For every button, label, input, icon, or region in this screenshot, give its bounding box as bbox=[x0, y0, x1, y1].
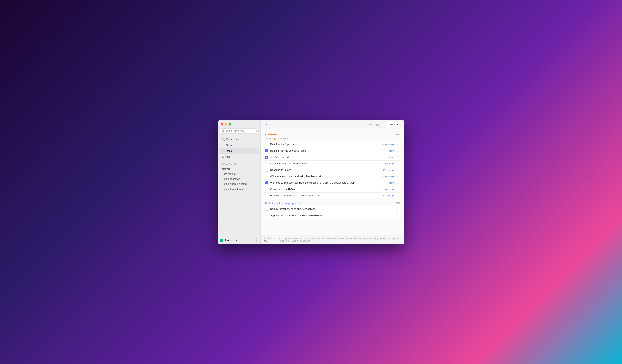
subsection-task-list: Deploy format changes and transactions ⊙… bbox=[264, 206, 401, 219]
section-label: Current bbox=[268, 133, 279, 136]
table-row: Deploy format changes and transactions ⊙ bbox=[264, 206, 401, 212]
filters-label: Task filters bbox=[385, 123, 396, 126]
task-checkbox-s2[interactable] bbox=[265, 214, 268, 217]
task-menu-icon[interactable]: ⊙ bbox=[397, 214, 400, 217]
current-section-title: ★ Current bbox=[264, 133, 279, 136]
search-shortcut: ⌘K bbox=[256, 130, 259, 132]
traffic-lights bbox=[218, 120, 260, 127]
task-text: Tell Adam new dates bbox=[270, 156, 388, 159]
sidebar-item-map[interactable]: ⌘ Map bbox=[219, 154, 259, 160]
task-filters-button[interactable]: Task filters ▾ bbox=[383, 122, 401, 127]
pinned-item-journal[interactable]: Journal bbox=[219, 166, 259, 171]
archive-icon: 🗂 bbox=[364, 123, 367, 126]
task-menu-icon[interactable]: ⊙ bbox=[397, 208, 400, 211]
sidebar-search[interactable]: 🔍 ⌘K 🎙 bbox=[220, 128, 258, 134]
table-row: Tell Adam new dates today ⊙ bbox=[264, 154, 401, 161]
pinned-notes-list: Journal Core projects Reflect roadmap Re… bbox=[218, 166, 260, 192]
add-task-button[interactable]: + Add bbox=[394, 133, 400, 135]
pinned-notes-label: PINNED NOTES bbox=[218, 161, 260, 166]
task-checkbox-t7[interactable] bbox=[265, 181, 268, 184]
task-menu-icon[interactable]: ⊙ bbox=[397, 194, 400, 197]
task-date: 11 days ago bbox=[383, 169, 395, 171]
search-input[interactable] bbox=[226, 129, 255, 132]
task-checkbox-s1[interactable] bbox=[265, 208, 268, 211]
task-date: 2 months ago bbox=[382, 188, 395, 190]
task-text: Reach out to 3 podcasts bbox=[270, 143, 380, 146]
table-row: Remind Paloma to lookup flights today ⊙ bbox=[264, 148, 401, 154]
task-checkbox-t2[interactable] bbox=[265, 149, 268, 152]
task-checkbox-t4[interactable] bbox=[265, 162, 268, 165]
star-icon: ★ bbox=[264, 133, 267, 136]
task-menu-icon[interactable]: ⊙ bbox=[397, 175, 400, 178]
task-list: Reach out to 3 podcasts 4 months ago ⊙ R… bbox=[264, 141, 401, 199]
task-menu-icon[interactable]: ⊙ bbox=[397, 168, 400, 172]
pinned-item-core-projects[interactable]: Core projects bbox=[219, 171, 259, 176]
pinned-item-reflect-funnel[interactable]: Reflect top of funnel bbox=[219, 186, 259, 191]
task-checkbox-t1[interactable] bbox=[265, 143, 268, 146]
task-date: 11 days ago bbox=[383, 195, 395, 197]
list-icon: ☰ bbox=[222, 144, 224, 146]
subsection-add-button[interactable]: + Add bbox=[393, 202, 400, 204]
table-row: Respond to 2x ads 11 days ago ⊙ bbox=[264, 167, 401, 173]
header-actions: 🗂 Archive (3) Task filters ▾ bbox=[362, 122, 401, 127]
preview-note-text: Add popular features from our roadmap. I… bbox=[278, 237, 400, 242]
sidebar-item-all-notes[interactable]: ☰ All notes bbox=[219, 142, 259, 148]
pinned-item-reflect-sprint[interactable]: Reflect sprint planning bbox=[219, 182, 259, 186]
workspace-name: Production bbox=[225, 239, 237, 242]
workspace-badge[interactable]: Production bbox=[220, 238, 237, 242]
main-search-bar[interactable]: 🔍 Search... bbox=[264, 123, 279, 126]
content-area: ★ Current + Add Journal › 🔥 Working on R… bbox=[261, 129, 404, 235]
pinned-item-reflect-roadmap[interactable]: Reflect roadmap bbox=[219, 177, 259, 181]
archive-button[interactable]: 🗂 Archive (3) bbox=[362, 122, 381, 127]
task-checkbox-t8[interactable] bbox=[265, 188, 268, 191]
table-row: Create a better TikTok ad 2 months ago ⊙ bbox=[264, 186, 401, 193]
workspace-color bbox=[220, 238, 223, 242]
fullscreen-button[interactable] bbox=[229, 123, 231, 126]
sidebar-item-label: Map bbox=[226, 155, 231, 158]
task-date: 4 months ago bbox=[382, 143, 395, 146]
task-text: Deploy format changes and transactions bbox=[270, 208, 395, 210]
main-content: 🔍 Search... 🗂 Archive (3) Task filters ▾… bbox=[261, 120, 404, 244]
task-menu-icon[interactable]: ⊙ bbox=[397, 188, 400, 191]
sidebar-item-label: Tasks bbox=[225, 149, 232, 152]
task-text: Remind Paloma to lookup flights bbox=[270, 149, 388, 152]
sidebar-bottom: Production ? bbox=[218, 236, 260, 244]
close-button[interactable] bbox=[221, 123, 223, 126]
table-row: We need to improve lists. Both the selec… bbox=[264, 180, 401, 186]
current-section-header: ★ Current + Add bbox=[264, 133, 401, 136]
search-placeholder: Search... bbox=[269, 123, 279, 126]
help-button[interactable]: ? bbox=[254, 238, 258, 242]
task-checkbox-t3[interactable] bbox=[265, 156, 268, 159]
task-checkbox-t5[interactable] bbox=[265, 168, 268, 172]
task-menu-icon[interactable]: ⊙ bbox=[397, 143, 400, 146]
sidebar-item-label: All notes bbox=[226, 144, 235, 146]
app-window: 🔍 ⌘K 🎙 ✏️ Daily notes ☰ All notes ✓ Task… bbox=[218, 120, 404, 244]
breadcrumb: Journal › 🔥 Working on bbox=[264, 137, 401, 140]
task-date: today bbox=[389, 182, 395, 184]
task-text: Respond to 2x ads bbox=[270, 168, 381, 171]
task-date: 2 months ago bbox=[382, 175, 395, 178]
table-row: Reach out to 3 podcasts 4 months ago ⊙ bbox=[264, 141, 401, 148]
task-text: Create a better TikTok ad bbox=[270, 188, 380, 191]
bottom-preview-bar: Improve trial › Add popular features fro… bbox=[261, 235, 404, 244]
task-text: Fix links to be associated with a specif… bbox=[270, 194, 381, 197]
main-nav: ✏️ Daily notes ☰ All notes ✓ Tasks ⌘ Map bbox=[218, 135, 260, 161]
sidebar-item-daily-notes[interactable]: ✏️ Daily notes bbox=[219, 136, 259, 142]
sidebar-item-tasks[interactable]: ✓ Tasks bbox=[219, 148, 259, 154]
task-checkbox-t6[interactable] bbox=[265, 175, 268, 178]
preview-note-title[interactable]: Improve trial bbox=[264, 237, 275, 242]
task-text: Support non US stores for the chrome ext… bbox=[270, 214, 395, 217]
task-date: 1 month ago bbox=[383, 163, 394, 165]
task-menu-icon[interactable]: ⊙ bbox=[397, 156, 400, 159]
task-menu-icon[interactable]: ⊙ bbox=[397, 181, 400, 184]
sidebar-item-label: Daily notes bbox=[226, 138, 239, 141]
table-row: Support non US stores for the chrome ext… bbox=[264, 212, 401, 219]
task-menu-icon[interactable]: ⊙ bbox=[397, 149, 400, 152]
sidebar: 🔍 ⌘K 🎙 ✏️ Daily notes ☰ All notes ✓ Task… bbox=[218, 120, 261, 244]
main-header: 🔍 Search... 🗂 Archive (3) Task filters ▾ bbox=[261, 120, 404, 129]
task-checkbox-t9[interactable] bbox=[265, 194, 268, 197]
task-menu-icon[interactable]: ⊙ bbox=[397, 162, 400, 165]
task-date: today bbox=[389, 150, 395, 152]
check-icon: ✓ bbox=[222, 149, 224, 152]
minimize-button[interactable] bbox=[225, 123, 227, 126]
